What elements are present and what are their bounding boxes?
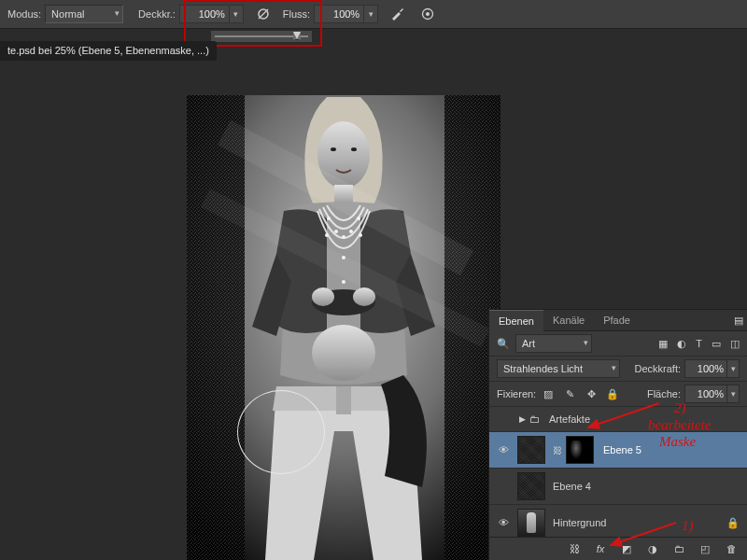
layer-lock-icon[interactable]: 🔒 xyxy=(726,517,740,529)
pressure-size-icon[interactable] xyxy=(417,4,438,24)
layer-thumb[interactable] xyxy=(517,472,545,500)
tab-pfade[interactable]: Pfade xyxy=(594,310,640,330)
blend-mode-select-panel[interactable]: Strahlendes Licht xyxy=(497,359,620,378)
layer-mask-thumb[interactable] xyxy=(566,436,594,464)
opacity-dropdown[interactable] xyxy=(230,5,244,23)
svg-point-27 xyxy=(312,325,375,381)
tab-ebenen[interactable]: Ebenen xyxy=(489,310,543,331)
filter-icons: ▦ ◐ T ▭ ◫ xyxy=(658,338,740,350)
filter-pixel-icon[interactable]: ▦ xyxy=(658,338,668,350)
flow-input[interactable]: 100% xyxy=(314,5,364,23)
mask-link-icon[interactable]: ⛓ xyxy=(552,445,563,455)
deckkr-label: Deckkr.: xyxy=(138,8,176,20)
pressure-opacity-icon[interactable] xyxy=(253,4,274,24)
svg-point-17 xyxy=(342,235,345,239)
flaeche-dropdown[interactable] xyxy=(727,385,740,403)
opacity-input[interactable]: 100% xyxy=(179,5,230,23)
filter-type-icon[interactable]: T xyxy=(696,338,702,350)
svg-point-15 xyxy=(327,217,331,220)
delete-layer-icon[interactable]: 🗑 xyxy=(725,543,738,554)
airbrush-icon[interactable] xyxy=(388,4,408,24)
lock-pixels-icon[interactable]: ✎ xyxy=(563,388,576,400)
filter-adjust-icon[interactable]: ◐ xyxy=(677,338,686,350)
document-image xyxy=(187,95,500,560)
deckkraft-dropdown[interactable] xyxy=(727,359,740,378)
visibility-icon[interactable]: 👁 xyxy=(499,444,509,455)
document-tab[interactable]: te.psd bei 25% (Ebene 5, Ebenenmaske, ..… xyxy=(0,41,217,61)
svg-point-23 xyxy=(342,280,345,284)
filter-smart-icon[interactable]: ◫ xyxy=(730,338,740,350)
layers-panel: Ebenen Kanäle Pfade ▤ 🔍 Art ▦ ◐ T ▭ ◫ St… xyxy=(488,309,747,560)
svg-point-20 xyxy=(325,233,329,237)
lock-all-icon[interactable]: 🔒 xyxy=(606,388,619,400)
opacity-slider-popup[interactable] xyxy=(210,30,313,43)
tab-kanaele[interactable]: Kanäle xyxy=(543,310,594,330)
blend-opacity-row: Strahlendes Licht Deckkraft: 100% xyxy=(489,357,747,382)
filter-shape-icon[interactable]: ▭ xyxy=(712,338,721,350)
lock-fill-row: Fixieren: ▨ ✎ ✥ 🔒 Fläche: 100% xyxy=(489,382,747,407)
deckkraft-input[interactable]: 100% xyxy=(684,359,727,378)
svg-point-25 xyxy=(312,287,334,306)
layers-panel-footer: ⛓ fx ◩ ◑ 🗀 ◰ 🗑 xyxy=(489,537,747,560)
folder-icon: 🗀 xyxy=(529,413,540,425)
flaeche-label: Fläche: xyxy=(647,388,681,399)
layer-filter-row: 🔍 Art ▦ ◐ T ▭ ◫ xyxy=(489,331,747,357)
layer-row-ebene4[interactable]: Ebene 4 xyxy=(489,469,747,505)
group-disclosure-icon[interactable]: ▶ xyxy=(519,414,526,424)
new-adjustment-icon[interactable]: ◑ xyxy=(646,543,659,555)
options-bar: Modus: Normal Deckkr.: 100% Fluss: 100% xyxy=(0,0,747,29)
svg-point-2 xyxy=(426,12,430,16)
canvas[interactable] xyxy=(187,95,500,560)
add-mask-icon[interactable]: ◩ xyxy=(620,543,633,555)
layer-fx-icon[interactable]: fx xyxy=(594,543,607,554)
svg-point-18 xyxy=(349,230,353,233)
fluss-label: Fluss: xyxy=(283,8,310,20)
new-layer-icon[interactable]: ◰ xyxy=(698,543,712,555)
filter-search-icon[interactable]: 🔍 xyxy=(497,338,510,350)
link-layers-icon[interactable]: ⛓ xyxy=(568,543,581,554)
lock-transparent-icon[interactable]: ▨ xyxy=(542,388,555,400)
flaeche-input[interactable]: 100% xyxy=(684,385,727,403)
flow-dropdown[interactable] xyxy=(364,5,378,23)
svg-point-13 xyxy=(351,147,357,151)
new-group-icon[interactable]: 🗀 xyxy=(672,543,685,554)
layer-name[interactable]: Ebene 4 xyxy=(553,481,591,492)
blend-mode-select[interactable]: Normal xyxy=(45,5,123,23)
deckkraft-label: Deckkraft: xyxy=(634,363,681,374)
visibility-icon[interactable]: 👁 xyxy=(499,517,509,528)
layer-thumb[interactable] xyxy=(517,509,545,537)
svg-point-16 xyxy=(334,230,338,233)
blend-mode-value: Normal xyxy=(51,8,84,20)
modus-label: Modus: xyxy=(7,8,41,20)
filter-type-select[interactable]: Art xyxy=(515,334,592,353)
layer-thumb[interactable] xyxy=(517,436,545,464)
group-name: Artefakte xyxy=(549,413,590,425)
layer-row-hintergrund[interactable]: 👁 Hintergrund 🔒 xyxy=(489,505,747,537)
slider-thumb[interactable] xyxy=(293,32,301,40)
layer-row-ebene5[interactable]: 👁 ⛓ Ebene 5 xyxy=(489,432,747,469)
svg-rect-28 xyxy=(336,386,351,414)
panel-menu-icon[interactable]: ▤ xyxy=(730,315,747,327)
fixieren-label: Fixieren: xyxy=(497,388,536,399)
lock-position-icon[interactable]: ✥ xyxy=(585,388,598,400)
panel-tabs: Ebenen Kanäle Pfade ▤ xyxy=(489,310,747,331)
svg-point-22 xyxy=(359,233,362,237)
svg-point-12 xyxy=(331,147,336,151)
svg-rect-9 xyxy=(187,95,245,560)
layer-list: ▶ 🗀 Artefakte 👁 ⛓ Ebene 5 Ebene 4 👁 Hint… xyxy=(489,407,747,537)
layer-name[interactable]: Ebene 5 xyxy=(603,444,641,455)
layer-name[interactable]: Hintergrund xyxy=(553,517,606,528)
document-title: te.psd bei 25% (Ebene 5, Ebenenmaske, ..… xyxy=(7,45,209,56)
layer-group-artefakte[interactable]: ▶ 🗀 Artefakte xyxy=(489,407,747,432)
